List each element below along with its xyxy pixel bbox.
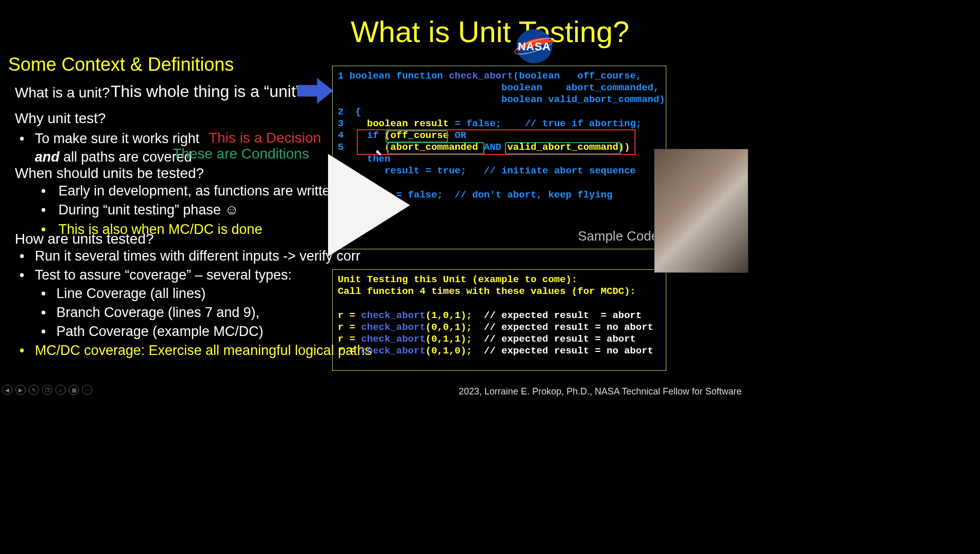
code: ;	[460, 165, 484, 176]
code: r =	[338, 345, 361, 357]
code: // expected result = abort	[484, 310, 642, 321]
list-item: Run it several times with different inpu…	[19, 247, 372, 266]
condition-highlight	[385, 130, 448, 143]
code: r =	[338, 322, 361, 333]
code: check_abort	[361, 322, 425, 333]
code: // initiate abort sequence	[484, 165, 636, 176]
code: (0,1,1);	[425, 333, 484, 345]
list-item-highlight: MC/DC coverage: Exercise all meaningful …	[19, 341, 372, 360]
code: ;	[496, 118, 525, 129]
code: // expected result = abort	[484, 333, 636, 345]
code: true	[437, 165, 461, 176]
code: (1,0,1);	[425, 310, 484, 321]
presentation-controls: ◀ ▶ ✎ ❐ ⌕ ▦ ⋯	[2, 385, 92, 395]
slide: What is Unit Testing? Some Context & Def…	[0, 0, 980, 554]
code: check_abort	[361, 345, 425, 357]
code: check_abort	[449, 70, 513, 82]
conditions-label: These are Conditions	[173, 146, 309, 162]
code: false	[408, 189, 437, 201]
condition-highlight	[387, 142, 484, 154]
text: all paths are covered	[59, 149, 192, 165]
list-item: Line Coverage (all lines)	[41, 284, 372, 303]
code: boolean result	[367, 118, 449, 129]
list-item: Path Coverage (example MC/DC)	[41, 322, 372, 341]
slide-subtitle: Some Context & Definitions	[8, 54, 234, 75]
pen-button[interactable]: ✎	[29, 385, 39, 395]
code: // true if aborting;	[525, 118, 642, 129]
question-how-tested: How are units tested?	[15, 231, 154, 247]
decision-label: This is a Decision	[209, 130, 321, 146]
code: Unit Testing this Unit (example to come)…	[338, 274, 577, 285]
question-why-unit-test: Why unit test?	[15, 110, 106, 127]
play-button[interactable]	[328, 154, 410, 256]
code: r =	[338, 310, 361, 321]
text: During “unit testing” phase ☺	[58, 202, 239, 217]
text: To make sure it works right	[35, 131, 199, 146]
code: (0,1,0);	[425, 345, 484, 357]
code: Call function 4 times with these values …	[338, 286, 636, 297]
code: (boolean off_course,	[513, 70, 642, 82]
list-item: Test to assure “coverage” – several type…	[19, 266, 372, 285]
sample-code-label: Sample Code	[578, 228, 659, 245]
code: ;	[437, 189, 455, 201]
code: boolean function	[350, 70, 449, 82]
code: boolean valid_abort_command)	[338, 94, 665, 105]
code: check_abort	[361, 310, 425, 321]
how-bullets: Run it several times with different inpu…	[19, 247, 372, 360]
code: =	[449, 118, 466, 129]
code: check_abort	[361, 333, 425, 345]
more-button[interactable]: ⋯	[82, 385, 92, 395]
view-button[interactable]: ❐	[42, 385, 52, 395]
text-em: and	[35, 149, 59, 165]
prev-slide-button[interactable]: ◀	[2, 385, 12, 395]
list-item: Branch Coverage (lines 7 and 9),	[41, 303, 372, 322]
line-num: 1	[338, 70, 350, 82]
list-item: During “unit testing” phase ☺	[41, 201, 338, 220]
list-item: Early in development, as functions are w…	[41, 182, 338, 201]
code: // expected result = no abort	[484, 322, 654, 333]
arrow-right-icon	[297, 76, 333, 106]
question-what-is-unit: What is a unit?	[15, 85, 110, 101]
answer-what-is-unit: This whole thing is a “unit”	[111, 82, 301, 101]
subtitle-button[interactable]: ▦	[69, 385, 79, 395]
unit-test-calls-box: Unit Testing this Unit (example to come)…	[332, 269, 666, 371]
code: // expected result = no abort	[484, 345, 654, 357]
footer-credit: 2023, Lorraine E. Prokop, Ph.D., NASA Te…	[459, 386, 742, 397]
when-bullets: Early in development, as functions are w…	[41, 182, 338, 239]
code: false	[466, 118, 496, 129]
code: 2 {	[338, 106, 361, 117]
question-when-tested: When should units be tested?	[15, 165, 204, 182]
zoom-button[interactable]: ⌕	[55, 385, 66, 395]
condition-highlight	[505, 142, 621, 154]
slide-title: What is Unit Testing?	[0, 14, 980, 49]
code: r =	[338, 333, 361, 345]
presenter-webcam	[654, 149, 748, 273]
nasa-logo-icon: NASA	[513, 28, 556, 64]
code: boolean abort_commanded,	[338, 82, 659, 93]
code: 3	[338, 118, 367, 129]
code: (0,0,1);	[425, 322, 484, 333]
svg-text:NASA: NASA	[518, 40, 551, 53]
next-slide-button[interactable]: ▶	[15, 385, 26, 395]
code: // don't abort, keep flying	[455, 189, 612, 201]
svg-marker-0	[297, 78, 333, 104]
